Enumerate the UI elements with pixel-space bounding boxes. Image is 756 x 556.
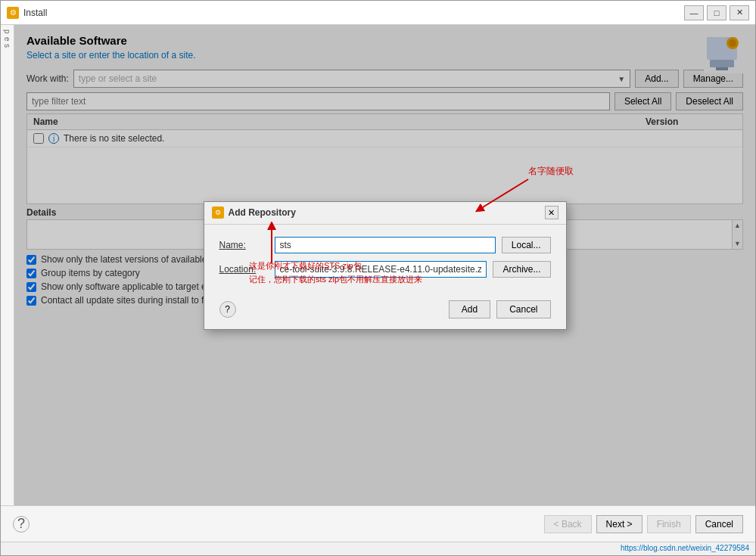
dialog-title: Add Repository bbox=[229, 207, 545, 218]
left-panel-letter-p: p bbox=[3, 30, 11, 34]
local-button[interactable]: Local... bbox=[502, 237, 551, 253]
main-content: p e s Available Software Select a site bbox=[1, 25, 755, 505]
next-button[interactable]: Next > bbox=[596, 515, 642, 533]
finish-button[interactable]: Finish bbox=[647, 515, 691, 533]
add-repository-dialog: ⚙ Add Repository ✕ Name: Loc bbox=[204, 201, 567, 330]
help-button[interactable]: ? bbox=[13, 516, 30, 533]
dialog-body: Name: Local... Location: Archive... bbox=[204, 225, 566, 297]
window-title: Install bbox=[23, 8, 684, 18]
title-bar: ⚙ Install — □ ✕ bbox=[1, 1, 755, 25]
window-icon: ⚙ bbox=[7, 7, 19, 19]
dialog-cancel-button[interactable]: Cancel bbox=[496, 300, 550, 318]
cancel-button[interactable]: Cancel bbox=[695, 515, 743, 533]
dialog-icon: ⚙ bbox=[212, 207, 224, 219]
annotation-name-tip: 名字随便取 bbox=[528, 165, 574, 178]
name-label-underline: N bbox=[219, 240, 226, 250]
right-panel: Available Software Select a site or ente… bbox=[14, 25, 755, 505]
dialog-title-bar: ⚙ Add Repository ✕ bbox=[204, 202, 566, 225]
dialog-close-button[interactable]: ✕ bbox=[545, 206, 558, 219]
close-button[interactable]: ✕ bbox=[730, 5, 749, 20]
left-panel-letter-e: e bbox=[3, 37, 11, 42]
dialog-help-icon[interactable]: ? bbox=[219, 301, 236, 318]
dialog-add-button[interactable]: Add bbox=[449, 300, 490, 318]
minimize-button[interactable]: — bbox=[684, 5, 704, 20]
back-button[interactable]: < Back bbox=[544, 515, 592, 533]
status-url: https://blog.csdn.net/weixin_42279584 bbox=[621, 544, 749, 552]
name-field-row: Name: Local... bbox=[219, 237, 551, 253]
bottom-bar: ? < Back Next > Finish Cancel bbox=[1, 505, 755, 542]
main-window: ⚙ Install — □ ✕ p e s bbox=[0, 0, 756, 556]
annotation-name-text: 名字随便取 bbox=[528, 166, 574, 176]
name-input[interactable] bbox=[275, 237, 496, 253]
dialog-footer: ? Add Cancel bbox=[204, 297, 566, 329]
name-label: Name: bbox=[219, 240, 269, 250]
location-label: Location: bbox=[219, 264, 269, 275]
maximize-button[interactable]: □ bbox=[707, 5, 726, 20]
status-bar: https://blog.csdn.net/weixin_42279584 bbox=[1, 542, 755, 555]
left-panel: p e s bbox=[1, 25, 14, 505]
nav-buttons: < Back Next > Finish Cancel bbox=[544, 515, 743, 533]
archive-button[interactable]: Archive... bbox=[493, 261, 550, 278]
location-input[interactable] bbox=[275, 261, 487, 278]
left-panel-letter-s: s bbox=[3, 44, 11, 48]
modal-overlay: 名字随便取 bbox=[14, 25, 755, 505]
window-controls: — □ ✕ bbox=[684, 5, 749, 20]
location-field-row: Location: Archive... bbox=[219, 261, 551, 278]
